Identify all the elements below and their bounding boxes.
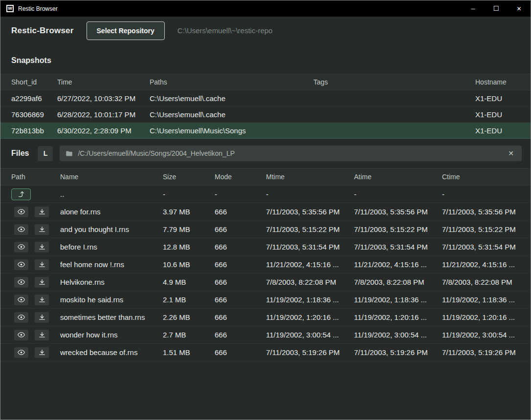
preview-button[interactable] xyxy=(14,347,28,358)
col-tags: Tags xyxy=(313,78,475,86)
file-name: sometimes better than.rns xyxy=(60,313,163,321)
maximize-button[interactable]: ☐ xyxy=(485,0,508,17)
file-mtime: - xyxy=(266,190,354,198)
col-mtime: Mtime xyxy=(266,173,354,181)
file-ctime: - xyxy=(442,190,520,198)
file-mode: 666 xyxy=(215,278,266,286)
file-mode: 666 xyxy=(215,260,266,269)
preview-button[interactable] xyxy=(14,277,28,288)
file-mtime: 7/8/2003, 8:22:08 PM xyxy=(266,278,354,286)
snapshot-row[interactable]: 76306869 6/28/2022, 10:01:17 PM C:\Users… xyxy=(0,106,531,123)
download-button[interactable] xyxy=(35,207,49,217)
file-row: and you thought I.rns 7.79 MB 666 7/11/2… xyxy=(0,221,531,238)
file-name: feel home now !.rns xyxy=(60,260,163,269)
eye-icon xyxy=(18,331,25,338)
file-mode: 666 xyxy=(215,243,266,251)
file-name: Helvikone.rns xyxy=(60,278,163,286)
app-window: W Restic Browser ─ ☐ ✕ Restic-Browser Se… xyxy=(0,0,531,420)
file-name: wrecked because of.rns xyxy=(60,348,163,357)
download-button[interactable] xyxy=(35,347,49,358)
file-atime: 11/21/2002, 4:15:16 ... xyxy=(354,260,442,269)
folder-icon xyxy=(66,150,73,157)
corner-right-up-icon xyxy=(18,190,25,198)
download-button[interactable] xyxy=(35,312,49,323)
file-atime: 11/19/2002, 1:20:16 ... xyxy=(354,313,442,321)
download-button[interactable] xyxy=(35,277,49,288)
files-title: Files xyxy=(11,149,29,158)
file-atime: - xyxy=(354,190,442,198)
download-button[interactable] xyxy=(35,294,49,305)
snapshot-row[interactable]: a2299af6 6/27/2022, 10:03:32 PM C:\Users… xyxy=(0,90,531,106)
file-size: 2.7 MB xyxy=(163,331,215,339)
file-mtime: 11/21/2002, 4:15:16 ... xyxy=(266,260,354,269)
file-ctime: 7/11/2003, 5:15:22 PM xyxy=(442,225,520,233)
preview-button[interactable] xyxy=(14,294,28,305)
col-time: Time xyxy=(57,78,150,86)
current-path-bar[interactable]: /C:/Users/emuell/Music/Songs/2004_Helvet… xyxy=(60,146,522,161)
eye-icon xyxy=(18,208,25,215)
snapshot-short-id: a2299af6 xyxy=(11,94,57,103)
snapshot-hostname: X1-EDU xyxy=(475,126,520,135)
close-button[interactable]: ✕ xyxy=(508,0,531,17)
app-icon: W xyxy=(6,5,14,12)
file-size: - xyxy=(163,190,215,198)
col-short-id: Short_id xyxy=(11,78,57,86)
download-button[interactable] xyxy=(35,259,49,270)
snapshot-time: 6/27/2022, 10:03:32 PM xyxy=(57,94,150,103)
file-ctime: 7/11/2003, 5:35:56 PM xyxy=(442,208,520,216)
file-mode: 666 xyxy=(215,331,266,339)
snapshot-row-selected[interactable]: 72b813bb 6/30/2022, 2:28:09 PM C:\Users\… xyxy=(0,123,531,139)
file-ctime: 11/21/2002, 4:15:16 ... xyxy=(442,260,520,269)
file-mtime: 7/11/2003, 5:35:56 PM xyxy=(266,208,354,216)
snapshot-time: 6/28/2022, 10:01:17 PM xyxy=(57,110,150,119)
go-up-button[interactable] xyxy=(11,189,31,200)
file-mtime: 11/19/2002, 1:18:36 ... xyxy=(266,295,354,304)
file-name: before I.rns xyxy=(60,243,163,251)
preview-button[interactable] xyxy=(14,224,28,235)
col-name: Name xyxy=(60,173,163,181)
file-name: moskito he said.rns xyxy=(60,295,163,304)
eye-icon xyxy=(18,314,25,321)
snapshot-paths: C:\Users\emuell\.cache xyxy=(150,94,313,103)
file-atime: 7/11/2003, 5:35:56 PM xyxy=(354,208,442,216)
file-mtime: 11/19/2002, 1:20:16 ... xyxy=(266,313,354,321)
preview-button[interactable] xyxy=(14,312,28,323)
file-row: wonder how it.rns 2.7 MB 666 11/19/2002,… xyxy=(0,326,531,344)
clear-path-button[interactable]: ✕ xyxy=(506,148,516,158)
file-row: Helvikone.rns 4.9 MB 666 7/8/2003, 8:22:… xyxy=(0,273,531,291)
file-name: wonder how it.rns xyxy=(60,331,163,339)
preview-button[interactable] xyxy=(14,330,28,340)
parent-dir-row[interactable]: .. - - - - - xyxy=(0,186,531,203)
file-size: 4.9 MB xyxy=(163,278,215,286)
file-size: 2.1 MB xyxy=(163,295,215,304)
snapshot-paths: C:\Users\emuell\.cache xyxy=(150,110,313,119)
file-atime: 7/8/2003, 8:22:08 PM xyxy=(354,278,442,286)
window-title: Restic Browser xyxy=(18,5,58,12)
preview-button[interactable] xyxy=(14,259,28,270)
list-mode-button[interactable]: L xyxy=(38,146,53,161)
file-atime: 11/19/2002, 3:00:54 ... xyxy=(354,331,442,339)
select-repository-button[interactable]: Select Repository xyxy=(87,21,165,40)
download-button[interactable] xyxy=(35,242,49,252)
file-atime: 11/19/2002, 1:18:36 ... xyxy=(354,295,442,304)
col-ctime: Ctime xyxy=(442,173,520,181)
download-button[interactable] xyxy=(35,224,49,235)
download-icon xyxy=(39,332,45,338)
file-size: 2.26 MB xyxy=(163,313,215,321)
eye-icon xyxy=(18,349,25,356)
download-icon xyxy=(39,349,45,356)
app-title: Restic-Browser xyxy=(11,26,74,36)
file-mode: 666 xyxy=(215,295,266,304)
preview-button[interactable] xyxy=(14,242,28,252)
download-button[interactable] xyxy=(35,330,49,340)
snapshot-time: 6/30/2022, 2:28:09 PM xyxy=(57,126,150,135)
file-atime: 7/11/2003, 5:19:26 PM xyxy=(354,348,442,357)
col-mode: Mode xyxy=(215,173,266,181)
current-path-text: /C:/Users/emuell/Music/Songs/2004_Helvet… xyxy=(78,149,235,157)
minimize-button[interactable]: ─ xyxy=(462,0,485,17)
download-icon xyxy=(39,279,45,286)
eye-icon xyxy=(18,243,25,251)
eye-icon xyxy=(18,296,25,303)
preview-button[interactable] xyxy=(14,207,28,217)
file-name: alone for.rns xyxy=(60,208,163,216)
